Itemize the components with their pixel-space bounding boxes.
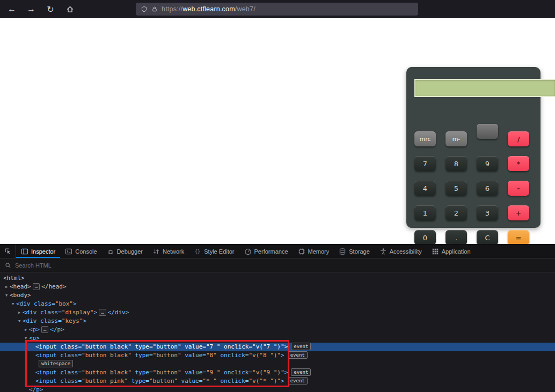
url-bar[interactable]: https://web.ctflearn.com/web7/ <box>136 3 418 16</box>
tab-label: Console <box>75 248 97 255</box>
calc-key-add[interactable]: + <box>508 205 529 220</box>
calc-key-subtract[interactable]: - <box>508 181 529 196</box>
pick-element-icon[interactable] <box>0 245 16 258</box>
code-token: "button" <box>153 343 181 350</box>
calc-key-4[interactable]: 4 <box>414 181 436 196</box>
code-token: "v("9 ")" <box>252 369 284 376</box>
code-token: value= <box>178 378 202 384</box>
tab-label: Storage <box>349 248 370 255</box>
code-token: type= <box>128 378 149 384</box>
markup-line[interactable]: whitespace <box>0 360 555 368</box>
tab-label: Debugger <box>117 248 143 255</box>
code-token: onclick= <box>220 369 252 376</box>
collapsed-ellipsis-badge[interactable]: … <box>41 326 48 333</box>
tab-performance[interactable]: Performance <box>239 245 293 258</box>
markup-line[interactable]: <input class="button pink" type="button"… <box>0 377 555 386</box>
event-badge[interactable]: event <box>291 343 311 350</box>
calc-key-9[interactable]: 9 <box>477 156 498 171</box>
tab-debugger[interactable]: Debugger <box>102 245 148 258</box>
calc-keys: mrcm-/789*456-123+0.C= <box>414 131 529 245</box>
collapse-twisty-icon[interactable]: ▼ <box>3 291 10 300</box>
collapse-twisty-icon[interactable]: ▼ <box>23 334 29 343</box>
tab-inspector[interactable]: Inspector <box>16 245 60 258</box>
console-icon <box>65 248 72 255</box>
code-token: <p> <box>29 326 40 333</box>
calc-key-m-minus[interactable]: m- <box>446 131 467 146</box>
browser-toolbar: ← → ↻ https://web.ctflearn.com/web7/ <box>0 0 555 18</box>
calc-key-mrc[interactable]: mrc <box>414 131 436 146</box>
code-token: <p> <box>29 335 40 342</box>
devtools-panel: InspectorConsoleDebuggerNetwork{}Style E… <box>0 244 555 392</box>
calc-key-divide[interactable]: / <box>508 131 529 146</box>
back-icon[interactable]: ← <box>4 2 19 16</box>
collapse-twisty-icon[interactable]: ▼ <box>10 300 16 308</box>
calc-key-0[interactable]: 0 <box>414 230 436 245</box>
expand-twisty-icon[interactable]: ▶ <box>16 308 23 317</box>
tab-network[interactable]: Network <box>148 245 189 258</box>
calc-key-clear[interactable]: C <box>477 230 498 245</box>
code-token: "button" <box>149 378 178 384</box>
tab-memory[interactable]: Memory <box>293 245 334 258</box>
tab-label: Application <box>442 248 471 255</box>
code-token: value= <box>181 369 206 376</box>
calc-key-multiply[interactable]: * <box>508 156 529 171</box>
calc-key-7[interactable]: 7 <box>414 156 436 171</box>
tab-accessibility[interactable]: Accessibility <box>375 245 427 258</box>
markup-line[interactable]: ▶<p>…</p> <box>0 326 555 334</box>
calc-key-blank[interactable] <box>477 124 498 139</box>
code-token: "v("7 ")" <box>252 343 284 350</box>
calc-key-1[interactable]: 1 <box>414 205 436 220</box>
code-token: "* " <box>202 378 217 384</box>
calc-key-decimal[interactable]: . <box>446 230 467 245</box>
event-badge[interactable]: event <box>291 368 311 376</box>
code-token: value= <box>181 343 206 350</box>
code-token: <input class= <box>35 352 82 359</box>
markup-line[interactable]: ▼<body> <box>0 291 555 300</box>
calc-key-2[interactable]: 2 <box>446 205 467 220</box>
calc-key-5[interactable]: 5 <box>446 181 467 196</box>
markup-line[interactable]: ▶<head>…</head> <box>0 283 555 291</box>
tab-label: Inspector <box>31 248 55 255</box>
whitespace-badge[interactable]: whitespace <box>39 360 73 367</box>
code-token: </head> <box>41 283 66 290</box>
expand-twisty-icon[interactable]: ▶ <box>23 326 29 334</box>
markup-line[interactable]: ▶<div class="display">…</div> <box>0 308 555 317</box>
calc-key-6[interactable]: 6 <box>477 181 498 196</box>
markup-line[interactable]: <input class="button black" type="button… <box>0 351 555 360</box>
code-token: "button black" <box>82 343 132 350</box>
calc-display[interactable] <box>414 79 555 97</box>
event-badge[interactable]: event <box>288 377 308 384</box>
code-token: </div> <box>108 309 129 316</box>
shield-icon[interactable] <box>141 6 148 13</box>
calc-key-8[interactable]: 8 <box>446 156 467 171</box>
calc-key-equals[interactable]: = <box>508 230 529 245</box>
tab-style-editor[interactable]: {}Style Editor <box>189 245 239 258</box>
reload-icon[interactable]: ↻ <box>43 2 58 16</box>
lock-icon[interactable] <box>151 6 158 12</box>
tab-application[interactable]: Application <box>427 245 476 258</box>
collapsed-ellipsis-badge[interactable]: … <box>99 309 106 316</box>
code-token: </p> <box>50 326 64 333</box>
markup-line[interactable]: <input class="button black" type="button… <box>0 368 555 377</box>
screen: ← → ↻ https://web.ctflearn.com/web7/ mrc… <box>0 0 555 392</box>
markup-line[interactable]: ▼<div class="keys"> <box>0 317 555 326</box>
search-html-bar[interactable]: Search HTML <box>0 258 555 272</box>
svg-text:{}: {} <box>195 249 201 254</box>
home-icon[interactable] <box>62 2 77 16</box>
event-badge[interactable]: event <box>288 351 308 359</box>
code-token: "button black" <box>82 352 132 359</box>
collapse-twisty-icon[interactable]: ▼ <box>16 317 23 326</box>
expand-twisty-icon[interactable]: ▶ <box>3 283 10 291</box>
forward-icon[interactable]: → <box>24 2 39 16</box>
tab-console[interactable]: Console <box>60 245 101 258</box>
markup-line-selected[interactable]: <input class="button black" type="button… <box>0 343 555 351</box>
markup-line[interactable]: </p> <box>0 386 555 392</box>
code-token: "v("8 ")" <box>249 352 281 359</box>
markup-line[interactable]: ▼<p> <box>0 334 555 343</box>
tab-storage[interactable]: Storage <box>334 245 375 258</box>
collapsed-ellipsis-badge[interactable]: … <box>33 283 40 290</box>
calc-key-3[interactable]: 3 <box>477 205 498 220</box>
markup-line[interactable]: ▼<div class="box"> <box>0 300 555 308</box>
markup-line[interactable]: <html> <box>0 274 555 283</box>
code-token: type= <box>132 352 153 359</box>
